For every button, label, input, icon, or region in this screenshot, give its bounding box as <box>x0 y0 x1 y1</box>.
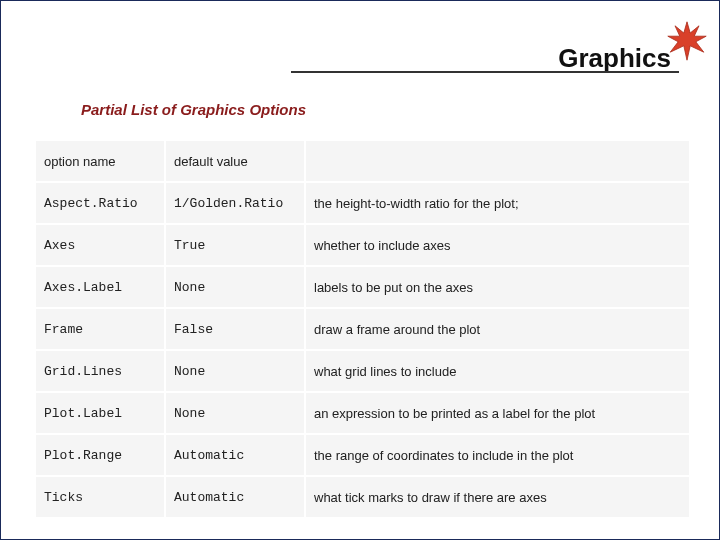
option-default: False <box>166 309 306 349</box>
option-name: Grid.Lines <box>36 351 166 391</box>
option-default: Automatic <box>166 435 306 475</box>
table-row: Plot.Range Automatic the range of coordi… <box>36 435 689 477</box>
table-row: Axes True whether to include axes <box>36 225 689 267</box>
option-default: True <box>166 225 306 265</box>
option-desc: whether to include axes <box>306 225 689 265</box>
options-table: option name default value Aspect.Ratio 1… <box>36 141 689 519</box>
page-title: Graphics <box>558 43 671 74</box>
option-name: Aspect.Ratio <box>36 183 166 223</box>
header-default-value: default value <box>166 141 306 181</box>
table-row: Ticks Automatic what tick marks to draw … <box>36 477 689 519</box>
option-name: Ticks <box>36 477 166 517</box>
option-name: Frame <box>36 309 166 349</box>
option-default: None <box>166 351 306 391</box>
header-option-name: option name <box>36 141 166 181</box>
starburst-icon <box>667 21 707 61</box>
option-desc: the height-to-width ratio for the plot; <box>306 183 689 223</box>
option-default: 1/Golden.Ratio <box>166 183 306 223</box>
option-default: None <box>166 393 306 433</box>
header-description <box>306 141 689 181</box>
subtitle: Partial List of Graphics Options <box>81 101 306 118</box>
option-name: Plot.Range <box>36 435 166 475</box>
option-desc: what tick marks to draw if there are axe… <box>306 477 689 517</box>
slide: Graphics Partial List of Graphics Option… <box>0 0 720 540</box>
option-desc: labels to be put on the axes <box>306 267 689 307</box>
table-row: Grid.Lines None what grid lines to inclu… <box>36 351 689 393</box>
title-underline <box>291 71 679 73</box>
option-name: Plot.Label <box>36 393 166 433</box>
option-name: Axes.Label <box>36 267 166 307</box>
option-name: Axes <box>36 225 166 265</box>
table-row: Axes.Label None labels to be put on the … <box>36 267 689 309</box>
table-row: Plot.Label None an expression to be prin… <box>36 393 689 435</box>
option-desc: what grid lines to include <box>306 351 689 391</box>
option-default: Automatic <box>166 477 306 517</box>
table-row: Frame False draw a frame around the plot <box>36 309 689 351</box>
option-desc: draw a frame around the plot <box>306 309 689 349</box>
svg-marker-0 <box>668 22 706 60</box>
table-row: Aspect.Ratio 1/Golden.Ratio the height-t… <box>36 183 689 225</box>
option-default: None <box>166 267 306 307</box>
option-desc: the range of coordinates to include in t… <box>306 435 689 475</box>
option-desc: an expression to be printed as a label f… <box>306 393 689 433</box>
table-header-row: option name default value <box>36 141 689 183</box>
